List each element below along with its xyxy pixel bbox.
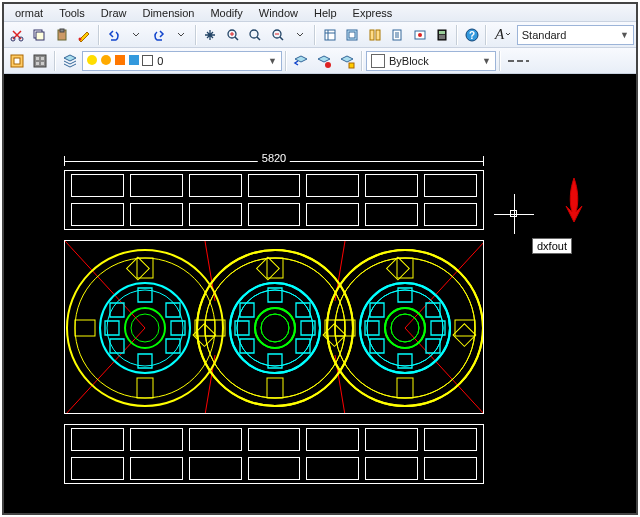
color-value: ByBlock [389,55,429,67]
layer-iso-icon[interactable] [336,50,358,72]
svg-rect-12 [349,32,355,38]
dropdown-chevron-icon[interactable] [125,24,146,46]
chevron-down-icon: ▼ [620,30,629,40]
calculator-icon[interactable] [431,24,452,46]
layer-manager-icon[interactable] [59,50,81,72]
toolbar-row-2: 0 ▼ ByBlock ▼ [4,48,636,74]
text-style-icon[interactable]: A [490,24,515,46]
redo-icon[interactable] [148,24,169,46]
zoom-previous-icon[interactable] [267,24,288,46]
svg-rect-13 [370,30,374,40]
menubar: ormat Tools Draw Dimension Modify Window… [4,4,636,22]
svg-point-6 [79,37,82,40]
color-combo[interactable]: ByBlock ▼ [366,51,496,71]
svg-rect-32 [41,57,44,60]
cut-icon[interactable] [6,24,27,46]
svg-point-23 [439,37,441,39]
svg-point-17 [418,33,422,37]
svg-rect-31 [36,57,39,60]
menu-draw[interactable]: Draw [94,6,134,20]
center-ornament-panel [64,240,484,414]
svg-rect-54 [137,378,153,398]
menu-modify[interactable]: Modify [203,6,249,20]
cad-drawing: 5820 [64,154,484,484]
bulb-icon [87,55,97,65]
top-panel [64,170,484,230]
markup-icon[interactable] [409,24,430,46]
layer-name: 0 [157,55,163,67]
design-center-icon[interactable] [342,24,363,46]
block-icon[interactable] [6,50,28,72]
layer-combo[interactable]: 0 ▼ [82,51,282,71]
properties-icon[interactable] [319,24,340,46]
paste-icon[interactable] [51,24,72,46]
svg-point-58 [205,258,345,398]
layer-state-icons [87,55,140,67]
plot-icon [129,55,139,65]
svg-rect-55 [127,257,150,280]
svg-point-8 [250,30,258,38]
zoom-realtime-icon[interactable] [222,24,243,46]
svg-rect-10 [325,30,335,40]
menu-dimension[interactable]: Dimension [135,6,201,20]
menu-tools[interactable]: Tools [52,6,92,20]
command-tooltip: dxfout [532,238,572,254]
svg-point-35 [325,62,331,68]
svg-point-24 [441,37,443,39]
model-space[interactable]: 5820 [4,74,636,513]
pan-icon[interactable] [200,24,221,46]
menu-window[interactable]: Window [252,6,305,20]
svg-rect-19 [439,31,445,34]
tool-palettes-icon[interactable] [364,24,385,46]
dimension-line: 5820 [64,154,484,168]
menu-express[interactable]: Express [346,6,400,20]
svg-rect-29 [14,58,20,64]
svg-point-62 [261,314,289,342]
text-style-combo[interactable]: Standard ▼ [517,25,634,45]
svg-rect-53 [137,258,153,278]
svg-point-21 [441,35,443,37]
menu-format[interactable]: ormat [8,6,50,20]
rosette-svg [65,241,484,414]
app-window: ormat Tools Draw Dimension Modify Window… [2,2,638,515]
dropdown-chevron-icon[interactable] [170,24,191,46]
linetype-icon[interactable] [504,50,532,72]
lock-icon [115,55,125,65]
svg-rect-14 [376,30,380,40]
menu-help[interactable]: Help [307,6,344,20]
zoom-window-icon[interactable] [245,24,266,46]
color-swatch [371,54,385,68]
svg-rect-3 [36,32,44,40]
svg-point-25 [443,37,445,39]
tooltip-text: dxfout [537,240,567,252]
toolbar-row-1: ? A Standard ▼ [4,22,636,48]
svg-point-20 [439,35,441,37]
chevron-down-icon: ▼ [268,56,277,66]
chevron-down-icon: ▼ [482,56,491,66]
block-editor-icon[interactable] [29,50,51,72]
svg-text:?: ? [469,30,475,41]
text-style-value: Standard [522,29,567,41]
svg-rect-51 [75,320,95,336]
svg-point-22 [443,35,445,37]
svg-point-59 [230,283,320,373]
dimension-value: 5820 [258,152,290,164]
layer-states-icon[interactable] [313,50,335,72]
svg-rect-30 [34,55,46,67]
svg-rect-5 [60,29,64,32]
match-prop-icon[interactable] [73,24,94,46]
sun-icon [101,55,111,65]
copy-icon[interactable] [28,24,49,46]
svg-rect-33 [36,62,39,65]
help-icon[interactable]: ? [461,24,482,46]
svg-rect-36 [349,63,354,68]
layer-color-swatch [142,55,153,66]
undo-icon[interactable] [103,24,124,46]
bottom-panel [64,424,484,484]
svg-rect-34 [41,62,44,65]
sheet-set-icon[interactable] [387,24,408,46]
zoom-dropdown-icon[interactable] [290,24,311,46]
layer-previous-icon[interactable] [290,50,312,72]
annotation-arrow-icon [560,174,588,224]
